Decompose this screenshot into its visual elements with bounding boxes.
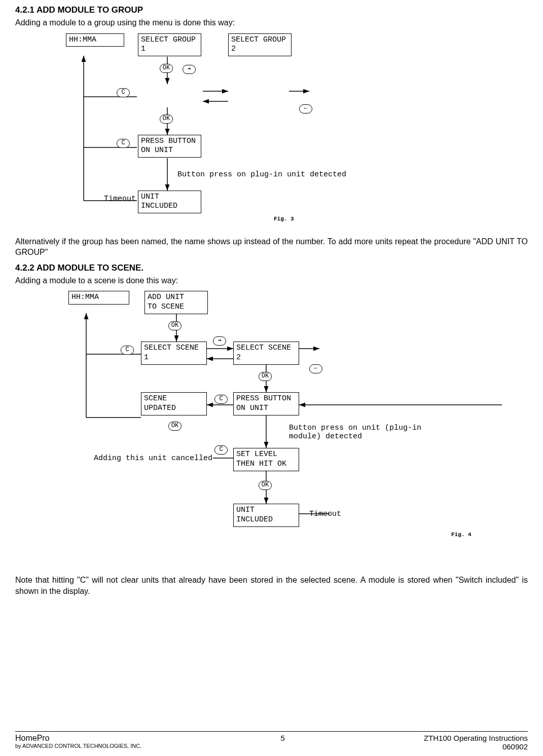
footer-brand: HomePro <box>15 734 141 743</box>
footer-rev: 060902 <box>424 742 528 751</box>
ok-button-2: OK <box>160 115 173 124</box>
fig-caption-4: Fig. 4 <box>451 532 472 538</box>
box-press-button: PRESS BUTTON ON UNIT <box>138 135 201 158</box>
ok-button-1: OK <box>160 64 173 73</box>
box-time-2: HH:MMA <box>68 291 129 305</box>
footer-doc-title: ZTH100 Operating Instructions <box>424 734 528 742</box>
box-select-scene-2: SELECT SCENE 2 <box>233 342 299 365</box>
c-button-1: C <box>117 88 130 97</box>
arrow-right-icon-2: ➔ <box>213 336 226 346</box>
ok-button-5: OK <box>168 422 182 431</box>
fig-caption-3: Fig. 3 <box>274 216 294 222</box>
diagram-fig3: HH:MMA ADD UNIT TO GROUP OK ➔ C SELECT G… <box>56 33 360 231</box>
arrow-right-icon: ➔ <box>183 65 196 74</box>
label-cancelled: Adding this unit cancelled <box>94 454 212 463</box>
c-button-4: C <box>214 395 228 404</box>
ok-button-3: OK <box>168 321 182 330</box>
arrow-left-icon-2: ← <box>309 364 322 373</box>
box-select-group-2: SELECT GROUP 2 <box>228 33 292 57</box>
box-unit-included-2: UNIT INCLUDED <box>233 504 299 527</box>
box-scene-updated: SCENE UPDATED <box>141 392 207 415</box>
box-add-unit-2: ADD UNIT TO SCENE <box>144 291 208 314</box>
heading-421: 4.2.1 ADD MODULE TO GROUP <box>15 5 528 15</box>
c-button-5: C <box>214 445 228 455</box>
c-button-2: C <box>117 139 130 148</box>
box-press-button-2: PRESS BUTTON ON UNIT <box>233 392 299 415</box>
intro-422: Adding a module to a scene is done this … <box>15 275 528 286</box>
diagram-fig4: HH:MMA ADD UNIT TO SCENE OK C SELECT SCE… <box>56 291 512 554</box>
box-select-scene-1: SELECT SCENE 1 <box>141 342 207 365</box>
c-button-3: C <box>121 346 134 355</box>
box-unit-included: UNIT INCLUDED <box>138 191 201 214</box>
label-button-press: Button press on plug-in unit detected <box>177 170 346 179</box>
label-button-press-2: Button press on unit (plug-in module) de… <box>289 424 421 441</box>
page-footer: HomePro by ADVANCED CONTROL TECHNOLOGIES… <box>0 731 543 751</box>
footer-page-number: 5 <box>141 734 424 742</box>
after-421: Alternatively if the group has been name… <box>15 236 528 258</box>
after-422: Note that hitting "C" will not clear uni… <box>15 575 528 596</box>
label-timeout-2: Timeout <box>309 510 341 518</box>
ok-button-6: OK <box>259 481 272 490</box>
box-time: HH:MMA <box>66 33 124 47</box>
ok-button-4: OK <box>259 372 272 381</box>
box-set-level: SET LEVEL THEN HIT OK <box>233 448 299 471</box>
intro-421: Adding a module to a group using the men… <box>15 17 528 28</box>
label-timeout: Timeout <box>104 195 136 203</box>
footer-by: by ADVANCED CONTROL TECHNOLOGIES, INC. <box>15 743 141 749</box>
box-select-group-1: SELECT GROUP 1 <box>138 33 201 57</box>
arrow-left-icon: ← <box>299 104 312 114</box>
heading-422: 4.2.2 ADD MODULE TO SCENE. <box>15 263 528 273</box>
